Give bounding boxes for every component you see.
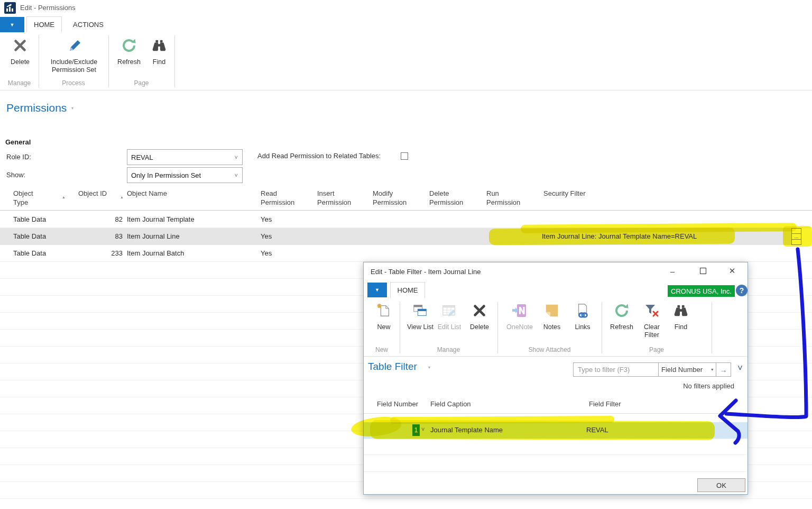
sort-asc-icon: ▲ <box>62 195 66 199</box>
col-header-delete-permission[interactable]: Delete Permission <box>429 189 472 207</box>
col-header-field-caption[interactable]: Field Caption <box>430 400 471 408</box>
combo-caret-icon: ˅ <box>235 172 238 178</box>
links-button[interactable]: Links <box>570 302 595 331</box>
dialog-find-button[interactable]: Find <box>668 302 694 331</box>
delete-button[interactable]: Delete <box>5 37 35 66</box>
cell-object-name: Item Journal Template <box>127 215 195 223</box>
view-list-button[interactable]: View List <box>407 302 434 331</box>
col-header-object-name[interactable]: Object Name <box>127 189 190 198</box>
dialog-grid-header-border <box>364 413 748 414</box>
page-title: Permissions <box>6 102 67 114</box>
filter-input[interactable] <box>574 363 658 376</box>
role-id-value: REVAL <box>131 153 153 161</box>
delete-button-label: Delete <box>11 58 30 66</box>
view-list-icon <box>412 302 428 321</box>
add-read-permission-checkbox[interactable] <box>401 152 408 160</box>
field-caret-icon: ▾ <box>711 367 713 372</box>
refresh-button-label: Refresh <box>117 58 141 66</box>
onenote-icon <box>511 302 528 321</box>
notes-label: Notes <box>543 323 561 331</box>
dialog-tab-home-label: HOME <box>398 286 418 294</box>
onenote-button[interactable]: OneNote <box>504 302 535 331</box>
app-menu-button[interactable]: ▼ <box>0 17 24 32</box>
edit-permissions-window: Edit - Permissions ▼ HOME ACTIONS Delete… <box>0 0 812 509</box>
clear-filter-button[interactable]: Clear Filter <box>639 302 665 339</box>
company-badge[interactable]: CRONUS USA, Inc. <box>668 285 735 297</box>
tab-actions[interactable]: ACTIONS <box>62 16 115 32</box>
col-header-field-number[interactable]: Field Number <box>377 400 418 408</box>
go-arrow-icon: → <box>720 366 727 374</box>
cell-object-name: Item Journal Line <box>127 232 180 240</box>
role-id-combobox[interactable]: REVAL ˅ <box>127 149 243 165</box>
field-number-caret-icon[interactable]: ˅ <box>421 426 425 432</box>
sort-asc-icon: ▲ <box>120 195 124 199</box>
new-document-icon <box>376 302 392 321</box>
dialog-tab-home[interactable]: HOME <box>390 282 425 298</box>
filter-field-selector[interactable]: Field Number ▾ <box>659 363 716 376</box>
dialog-delete-label: Delete <box>470 323 489 331</box>
notes-icon <box>544 302 560 321</box>
refresh-icon <box>121 37 137 56</box>
tab-home-label: HOME <box>34 21 54 29</box>
col-header-field-filter[interactable]: Field Filter <box>589 400 621 408</box>
minimize-icon: – <box>670 267 675 276</box>
close-button[interactable]: ✕ <box>726 265 739 277</box>
dialog-find-label: Find <box>675 323 687 331</box>
field-number-edit-cell[interactable]: 1 <box>412 424 420 436</box>
tab-home[interactable]: HOME <box>26 16 62 32</box>
add-read-permission-label: Add Read Permission to Related Tables: <box>257 152 381 160</box>
notes-button[interactable]: Notes <box>540 302 564 331</box>
apply-filter-button[interactable]: → <box>716 363 731 376</box>
table-filter-dialog: Edit - Table Filter - Item Journal Line … <box>363 262 748 495</box>
dialog-page-title-caret-icon[interactable]: ▾ <box>428 365 430 370</box>
cell-object-name: Item Journal Batch <box>127 249 184 257</box>
maximize-button[interactable] <box>697 265 709 277</box>
page-title-caret-icon[interactable]: ▾ <box>71 106 73 111</box>
table-row[interactable]: Table Data 233 Item Journal Batch Yes <box>0 245 801 262</box>
table-row[interactable]: Table Data 82 Item Journal Template Yes <box>0 211 801 228</box>
assist-cell <box>792 229 801 234</box>
ribbon-bottom-border <box>0 90 812 90</box>
refresh-icon <box>613 302 630 321</box>
col-header-modify-permission[interactable]: Modify Permission <box>373 189 415 207</box>
edit-list-button[interactable]: Edit List <box>437 302 462 331</box>
close-icon: ✕ <box>729 266 736 276</box>
links-label: Links <box>575 323 590 331</box>
cell-object-id: 82 <box>75 215 123 223</box>
app-menu-caret-icon: ▼ <box>375 287 380 293</box>
col-header-object-type[interactable]: Object Type <box>13 189 47 207</box>
find-button[interactable]: Find <box>147 37 171 66</box>
clear-filter-icon <box>643 302 660 321</box>
col-header-object-id[interactable]: Object ID <box>78 189 121 198</box>
include-exclude-permission-set-button[interactable]: Include/Exclude Permission Set <box>42 37 106 74</box>
tab-actions-label: ACTIONS <box>73 21 104 29</box>
refresh-button[interactable]: Refresh <box>113 37 145 66</box>
col-header-run-permission[interactable]: Run Permission <box>486 189 529 207</box>
app-menu-caret-icon: ▼ <box>10 22 15 28</box>
collapse-chevron-icon[interactable]: ˅ <box>737 363 743 374</box>
dialog-app-menu-button[interactable]: ▼ <box>367 283 387 297</box>
dialog-delete-button[interactable]: Delete <box>465 302 494 331</box>
minimize-button[interactable]: – <box>666 265 679 277</box>
binoculars-icon <box>673 302 689 321</box>
new-button[interactable]: New <box>371 302 397 331</box>
combo-caret-icon: ˅ <box>235 154 238 160</box>
field-caption-value: Journal Template Name <box>430 426 503 434</box>
col-header-insert-permission[interactable]: Insert Permission <box>317 189 359 207</box>
col-header-security-filter[interactable]: Security Filter <box>543 189 607 198</box>
filter-row-selected[interactable]: 1 ˅ Journal Template Name REVAL <box>364 422 748 439</box>
security-filter-assist-edit-button[interactable]: ... <box>791 228 801 245</box>
dialog-refresh-button[interactable]: Refresh <box>606 302 637 331</box>
filter-status-text: No filters applied <box>602 382 734 390</box>
window-title: Edit - Permissions <box>20 4 76 12</box>
dialog-title: Edit - Table Filter - Item Journal Line <box>371 268 481 276</box>
help-button[interactable]: ? <box>736 285 748 296</box>
links-icon <box>575 302 590 321</box>
table-row-selected[interactable]: Table Data 83 Item Journal Line Yes Item… <box>0 228 801 245</box>
include-exclude-label: Include/Exclude Permission Set <box>42 58 106 74</box>
grid-header-border <box>0 210 812 211</box>
ok-button[interactable]: OK <box>697 478 745 492</box>
show-combobox[interactable]: Only In Permission Set ˅ <box>127 167 243 183</box>
ribbon-group-manage: Manage <box>400 346 497 353</box>
col-header-read-permission[interactable]: Read Permission <box>261 189 303 207</box>
